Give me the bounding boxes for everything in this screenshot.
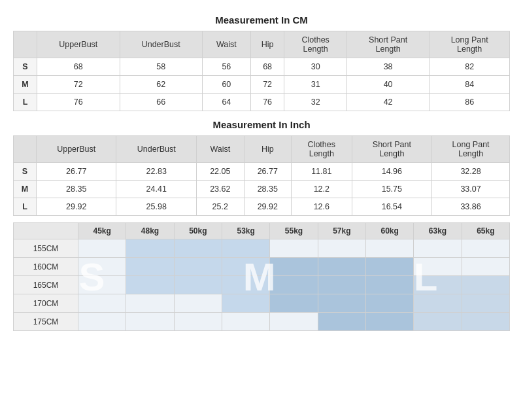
size-chart-section: 45kg48kg50kg53kg55kg57kg60kg63kg65kg 155… (13, 222, 510, 331)
table-row: 12.6 (292, 198, 352, 216)
size-chart-cell (78, 276, 126, 294)
inch-header-upperbust: UpperBust (36, 136, 116, 163)
size-chart-cell (318, 313, 365, 331)
table-row: 84 (430, 76, 510, 94)
inch-title: Measurement In Inch (13, 119, 510, 130)
size-chart-cell (222, 258, 269, 276)
inch-header-shortpant: Short PantLength (352, 136, 432, 163)
size-chart-cell (414, 294, 462, 313)
cm-section: Measurement In CM UpperBust UnderBust Wa… (13, 14, 510, 111)
table-row: 82 (430, 58, 510, 76)
table-row: 76 (250, 94, 284, 111)
size-chart-col-header: 45kg (78, 223, 126, 239)
table-row: L (14, 198, 37, 216)
size-chart-cell (462, 294, 509, 313)
table-row: 68 (250, 58, 284, 76)
table-row: 32 (284, 94, 346, 111)
size-chart-cell (365, 239, 413, 258)
table-row: 29.92 (36, 198, 116, 216)
size-chart-cell (174, 294, 222, 313)
size-chart-row-header: 160CM (14, 258, 78, 276)
size-chart-cell (318, 258, 365, 276)
size-chart-cell (174, 258, 222, 276)
table-row: M (14, 181, 37, 198)
size-chart-col-header: 63kg (414, 223, 462, 239)
size-chart-cell (414, 258, 462, 276)
size-chart-col-header: 48kg (126, 223, 174, 239)
size-chart-cell (270, 258, 318, 276)
size-chart-col-header: 55kg (270, 223, 318, 239)
table-row: 42 (346, 94, 429, 111)
table-row: 66 (120, 94, 202, 111)
table-row: 38 (346, 58, 429, 76)
size-chart-cell (270, 294, 318, 313)
table-row: S (14, 163, 37, 181)
table-row: 31 (284, 76, 346, 94)
inch-header-underbust: UnderBust (116, 136, 197, 163)
table-row: 29.92 (244, 198, 292, 216)
cm-table: UpperBust UnderBust Waist Hip ClothesLen… (13, 31, 510, 111)
size-chart-cell (174, 239, 222, 258)
size-chart-cell (462, 276, 509, 294)
size-chart-col-header: 60kg (365, 223, 413, 239)
table-row: 40 (346, 76, 429, 94)
inch-header-longpant: Long PantLength (432, 136, 510, 163)
inch-header-waist: Waist (197, 136, 245, 163)
table-row: 33.07 (432, 181, 510, 198)
table-row: 56 (202, 58, 250, 76)
size-chart-cell (78, 258, 126, 276)
size-chart-col-header: 65kg (462, 223, 509, 239)
size-chart-cell (126, 258, 174, 276)
table-row: 76 (37, 94, 120, 111)
cm-header-hip: Hip (250, 31, 284, 58)
table-row: 26.77 (36, 163, 116, 181)
size-chart-row-header: 155CM (14, 239, 78, 258)
cm-header-waist: Waist (202, 31, 250, 58)
size-chart-cell (270, 239, 318, 258)
size-chart-cell (318, 294, 365, 313)
cm-header-empty (14, 31, 37, 58)
inch-header-empty (14, 136, 37, 163)
inch-header-clothes: ClothesLength (292, 136, 352, 163)
cm-header-upperbust: UpperBust (37, 31, 120, 58)
table-row: 64 (202, 94, 250, 111)
size-chart-cell (365, 294, 413, 313)
size-chart-cell (365, 313, 413, 331)
size-chart-cell (414, 239, 462, 258)
table-row: 14.96 (352, 163, 432, 181)
size-chart-cell (78, 313, 126, 331)
table-row: 30 (284, 58, 346, 76)
size-chart-cell (78, 294, 126, 313)
table-row: 72 (37, 76, 120, 94)
size-chart-cell (318, 239, 365, 258)
size-chart-cell (222, 313, 269, 331)
size-chart-cell (414, 313, 462, 331)
size-chart-cell (414, 276, 462, 294)
size-chart-col-header: 57kg (318, 223, 365, 239)
table-row: 33.86 (432, 198, 510, 216)
table-row: S (14, 58, 37, 76)
size-chart-cell (462, 239, 509, 258)
inch-table: UpperBust UnderBust Waist Hip ClothesLen… (13, 135, 510, 216)
size-chart-cell (174, 313, 222, 331)
table-row: 11.81 (292, 163, 352, 181)
size-chart-cell (222, 239, 269, 258)
size-chart-row-header: 175CM (14, 313, 78, 331)
size-chart-col-header: 53kg (222, 223, 269, 239)
table-row: 23.62 (197, 181, 245, 198)
size-chart-cell (222, 276, 269, 294)
size-chart-cell (126, 276, 174, 294)
table-row: 72 (250, 76, 284, 94)
page-wrapper: Measurement In CM UpperBust UnderBust Wa… (13, 14, 510, 331)
cm-title: Measurement In CM (13, 14, 510, 26)
cm-header-shortpant: Short PantLength (346, 31, 429, 58)
table-row: 28.35 (36, 181, 116, 198)
size-chart-cell (222, 294, 269, 313)
table-row: 86 (430, 94, 510, 111)
inch-section: Measurement In Inch UpperBust UnderBust … (13, 119, 510, 216)
cm-header-underbust: UnderBust (120, 31, 202, 58)
inch-header-hip: Hip (244, 136, 292, 163)
table-row: 28.35 (244, 181, 292, 198)
table-row: 15.75 (352, 181, 432, 198)
table-row: 22.05 (197, 163, 245, 181)
